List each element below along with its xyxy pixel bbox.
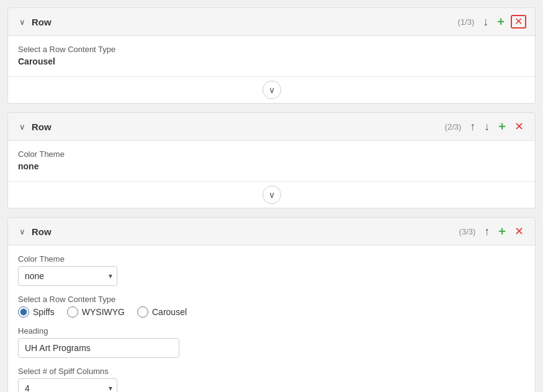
expand-chevron-icon: ∨ (269, 85, 275, 95)
row-1-expand-wrap: ∨ (8, 76, 535, 103)
radio-carousel-label: Carousel (152, 307, 187, 317)
row-2-expand-btn[interactable]: ∨ (263, 185, 281, 204)
row-1-expand-btn[interactable]: ∨ (263, 81, 281, 99)
row-3-body: Color Theme none light dark ▾ Select a R… (8, 246, 535, 392)
row-card-1: ∨ Row (1/3) ↓ + ✕ Select a Row Content T… (7, 7, 536, 104)
row-card-3: ∨ Row (3/3) ↑ + ✕ Color Theme none light… (7, 217, 536, 392)
row-1-add-btn[interactable]: + (495, 14, 507, 29)
row-1-body: Select a Row Content Type Carousel (8, 36, 535, 76)
row-3-color-theme-select-wrap: none light dark ▾ (18, 266, 117, 286)
radio-carousel-input[interactable] (137, 306, 148, 318)
row-3-spiff-columns-select-wrap: 1 2 3 4 ▾ (18, 378, 117, 392)
row-3-heading-label: Heading (18, 326, 525, 336)
row-2-title: ∨ Row (17, 122, 445, 132)
row-3-delete-btn[interactable]: ✕ (512, 225, 526, 238)
row-3-color-theme-select[interactable]: none light dark (18, 266, 117, 286)
row-2-up-btn[interactable]: ↑ (467, 120, 478, 133)
row-3-heading-field: Heading (18, 326, 525, 358)
row-2-add-btn[interactable]: + (496, 119, 508, 134)
radio-spiffs-input[interactable] (18, 306, 29, 318)
row-2-expand-wrap: ∨ (8, 181, 535, 208)
row-2-label: Row (32, 122, 52, 132)
radio-wysiwyg-label: WYSIWYG (82, 307, 125, 317)
row-3-content-type-field: Select a Row Content Type Spiffs WYSIWYG… (18, 295, 525, 318)
row-2-down-btn[interactable]: ↓ (482, 120, 492, 133)
row-2-collapse-btn[interactable]: ∨ (17, 122, 28, 132)
row-3-color-theme-label: Color Theme (18, 254, 525, 264)
row-1-collapse-btn[interactable]: ∨ (17, 17, 28, 27)
row-2-counter: (2/3) (445, 122, 462, 131)
row-2-body: Color Theme none (8, 141, 535, 181)
row-3-counter: (3/3) (459, 227, 476, 236)
row-3-radio-group: Spiffs WYSIWYG Carousel (18, 306, 525, 318)
row-3-collapse-btn[interactable]: ∨ (17, 226, 28, 237)
row-card-2: ∨ Row (2/3) ↑ ↓ + ✕ Color Theme none ∨ (7, 112, 536, 208)
row-1-content-type-value: Carousel (18, 56, 525, 66)
row-1-counter: (1/3) (458, 17, 475, 27)
row-1-label: Row (32, 17, 52, 27)
row-3-spiff-columns-select[interactable]: 1 2 3 4 (18, 378, 117, 392)
collapse-icon-2: ∨ (19, 123, 25, 131)
radio-wysiwyg[interactable]: WYSIWYG (67, 306, 125, 318)
row-2-color-theme-value: none (18, 161, 525, 171)
row-3-title: ∨ Row (17, 226, 459, 237)
row-1-controls: (1/3) ↓ + ✕ (458, 14, 526, 29)
row-3-add-btn[interactable]: + (496, 224, 508, 239)
row-2-delete-btn[interactable]: ✕ (512, 120, 526, 133)
collapse-icon: ∨ (19, 18, 25, 26)
expand-chevron-icon-2: ∨ (269, 190, 275, 200)
radio-spiffs[interactable]: Spiffs (18, 306, 55, 318)
row-3-spiff-columns-field: Select # of Spiff Columns 1 2 3 4 ▾ (18, 367, 525, 392)
row-1-title: ∨ Row (17, 17, 458, 27)
collapse-icon-3: ∨ (19, 228, 25, 236)
row-3-label: Row (32, 226, 52, 237)
row-3-spiff-columns-label: Select # of Spiff Columns (18, 367, 525, 376)
row-1-header: ∨ Row (1/3) ↓ + ✕ (8, 8, 535, 36)
row-3-content-type-label: Select a Row Content Type (18, 295, 525, 304)
row-2-header: ∨ Row (2/3) ↑ ↓ + ✕ (8, 113, 535, 141)
row-3-controls: (3/3) ↑ + ✕ (459, 224, 526, 239)
row-1-down-btn[interactable]: ↓ (480, 15, 491, 29)
row-3-up-btn[interactable]: ↑ (482, 225, 492, 238)
radio-wysiwyg-input[interactable] (67, 306, 78, 318)
radio-spiffs-label: Spiffs (33, 307, 55, 317)
row-3-heading-input[interactable] (18, 338, 179, 358)
row-2-color-theme-label: Color Theme (18, 149, 525, 159)
row-1-delete-btn[interactable]: ✕ (511, 15, 526, 29)
row-2-controls: (2/3) ↑ ↓ + ✕ (445, 119, 526, 134)
row-1-content-type-label: Select a Row Content Type (18, 45, 525, 54)
row-3-header: ∨ Row (3/3) ↑ + ✕ (8, 218, 535, 246)
row-3-color-theme-field: Color Theme none light dark ▾ (18, 254, 525, 286)
radio-carousel[interactable]: Carousel (137, 306, 187, 318)
